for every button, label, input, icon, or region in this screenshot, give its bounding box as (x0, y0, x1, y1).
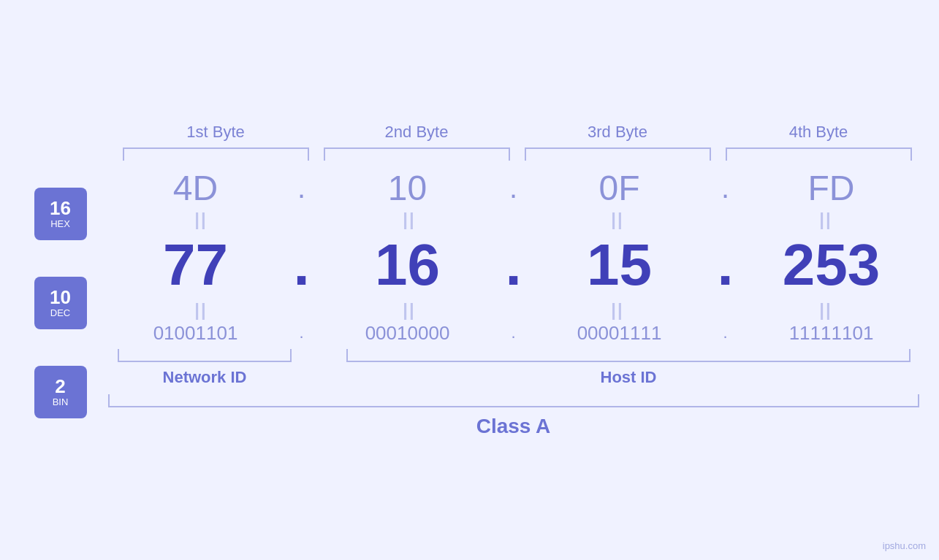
hex-badge-number: 16 (50, 198, 71, 219)
dec-val-4: 253 (783, 232, 880, 297)
hex-val-3: 0F (598, 169, 639, 207)
host-id-bracket (346, 349, 910, 362)
bin-badge: 2 BIN (34, 366, 87, 418)
bin-cell-4: 11111101 (744, 322, 919, 345)
dec-row: 77 . 16 . 15 . 253 (108, 231, 919, 299)
dec-cell-2: 16 (320, 231, 495, 299)
equals-1-4: || (733, 210, 919, 230)
top-bracket-4 (726, 147, 912, 161)
hex-cell-3: 0F (532, 168, 707, 208)
watermark: ipshu.com (883, 540, 926, 551)
equals-row-2: || || || || (108, 299, 919, 322)
hex-val-4: FD (808, 169, 855, 207)
byte-header-1: 1st Byte (115, 123, 316, 142)
dec-dot-2: . (495, 231, 532, 299)
hex-dot-1: . (284, 172, 320, 204)
top-bracket-2 (324, 147, 510, 161)
hex-cell-4: FD (744, 168, 919, 208)
hex-badge-label: HEX (50, 218, 70, 229)
hex-dot-3: . (707, 172, 744, 204)
top-bracket-3 (525, 147, 711, 161)
bin-cell-3: 00001111 (532, 322, 707, 345)
hex-val-1: 4D (173, 169, 218, 207)
content-row: 16 HEX 10 DEC 2 BIN 4D . (20, 168, 919, 438)
top-brackets (115, 147, 919, 161)
network-id-section: Network ID (108, 349, 302, 387)
equals-row-1: || || || || (108, 208, 919, 231)
dec-val-1: 77 (163, 232, 228, 297)
byte-header-3: 3rd Byte (517, 123, 718, 142)
top-bracket-1 (123, 147, 309, 161)
dec-badge-label: DEC (50, 307, 70, 318)
equals-1-1: || (108, 210, 294, 230)
main-container: 1st Byte 2nd Byte 3rd Byte 4th Byte 16 H… (0, 0, 939, 560)
equals-2-1: || (108, 300, 294, 321)
dec-cell-1: 77 (108, 231, 284, 299)
network-id-label: Network ID (163, 368, 247, 387)
class-bracket (108, 394, 919, 407)
equals-spacer-3 (711, 210, 733, 230)
dec-dot-1: . (284, 231, 320, 299)
host-id-section: Host ID (338, 349, 919, 387)
dec-badge-number: 10 (50, 287, 71, 308)
equals-spacer-6 (711, 300, 733, 321)
bin-val-1: 01001101 (153, 322, 238, 344)
equals-spacer-4 (294, 300, 316, 321)
network-id-bracket (118, 349, 292, 362)
byte-header-2: 2nd Byte (316, 123, 517, 142)
equals-1-3: || (525, 210, 711, 230)
dec-val-2: 16 (375, 232, 440, 297)
byte-headers: 1st Byte 2nd Byte 3rd Byte 4th Byte (115, 123, 919, 142)
bottom-brackets-row: Network ID Host ID (108, 349, 919, 387)
bin-badge-label: BIN (53, 396, 69, 407)
dec-dot-3: . (707, 231, 744, 299)
equals-2-2: || (316, 300, 503, 321)
class-section: Class A (108, 394, 919, 438)
byte-header-4: 4th Byte (718, 123, 919, 142)
equals-2-3: || (525, 300, 711, 321)
dec-badge: 10 DEC (34, 277, 87, 329)
hex-row: 4D . 10 . 0F . FD (108, 168, 919, 208)
bin-dot-1: . (284, 323, 320, 342)
bin-val-4: 11111101 (789, 322, 874, 344)
dec-val-3: 15 (587, 232, 652, 297)
equals-spacer-2 (503, 210, 525, 230)
hex-dot-2: . (495, 172, 532, 204)
bin-badge-number: 2 (55, 376, 65, 397)
host-id-label: Host ID (601, 368, 657, 387)
bin-dot-3: . (707, 323, 744, 342)
equals-2-4: || (733, 300, 919, 321)
equals-1-2: || (316, 210, 503, 230)
hex-cell-1: 4D (108, 168, 284, 208)
equals-spacer-1 (294, 210, 316, 230)
hex-val-2: 10 (388, 169, 427, 207)
bin-cell-1: 01001101 (108, 322, 284, 345)
bin-row: 01001101 . 00010000 . 00001111 . (108, 322, 919, 345)
bottom-spacer-1 (302, 349, 338, 387)
hex-badge: 16 HEX (34, 188, 87, 240)
bin-cell-2: 00010000 (320, 322, 495, 345)
bin-dot-2: . (495, 323, 532, 342)
bin-val-2: 00010000 (365, 322, 450, 344)
equals-spacer-5 (503, 300, 525, 321)
bin-val-3: 00001111 (577, 322, 662, 344)
dec-cell-4: 253 (744, 231, 919, 299)
dec-cell-3: 15 (532, 231, 707, 299)
class-label: Class A (476, 415, 551, 438)
hex-cell-2: 10 (320, 168, 495, 208)
badge-column: 16 HEX 10 DEC 2 BIN (20, 188, 108, 418)
values-area: 4D . 10 . 0F . FD (108, 168, 919, 438)
